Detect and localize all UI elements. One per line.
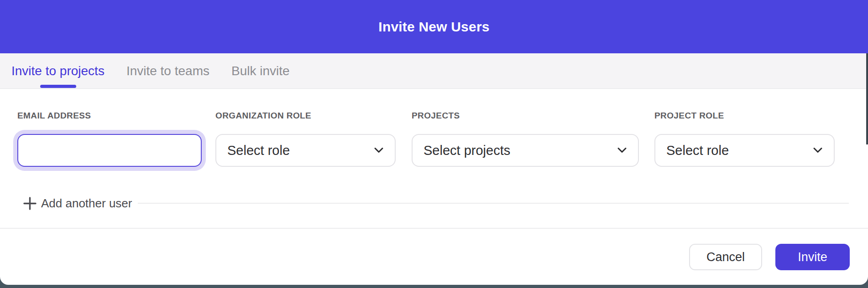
page-background: Invite New Users Invite to projects Invi…	[0, 0, 868, 288]
tab-bulk-invite[interactable]: Bulk invite	[231, 64, 290, 78]
organization-role-field-group: ORGANIZATION ROLE Select role	[215, 111, 396, 167]
invite-button[interactable]: Invite	[775, 244, 850, 270]
chevron-down-icon	[374, 147, 384, 154]
organization-role-label: ORGANIZATION ROLE	[215, 111, 396, 121]
projects-field-group: PROJECTS Select projects	[412, 111, 639, 167]
plus-icon	[23, 196, 37, 211]
active-tab-indicator	[40, 85, 76, 88]
dialog-header: Invite New Users	[0, 0, 868, 53]
invite-new-users-dialog: Invite New Users Invite to projects Invi…	[0, 0, 868, 285]
invite-form-row: EMAIL ADDRESS ORGANIZATION ROLE Select r…	[17, 111, 835, 167]
project-role-select[interactable]: Select role	[654, 134, 835, 167]
add-user-divider	[138, 203, 849, 204]
project-role-label: PROJECT ROLE	[654, 111, 835, 121]
project-role-selected-value: Select role	[666, 143, 729, 158]
projects-selected-value: Select projects	[424, 143, 510, 158]
tab-invite-to-projects[interactable]: Invite to projects	[11, 64, 105, 78]
projects-label: PROJECTS	[412, 111, 639, 121]
cancel-button[interactable]: Cancel	[689, 244, 762, 270]
email-address-label: EMAIL ADDRESS	[17, 111, 202, 121]
organization-role-selected-value: Select role	[227, 143, 290, 158]
organization-role-select[interactable]: Select role	[215, 134, 396, 167]
tab-bar: Invite to projects Invite to teams Bulk …	[0, 53, 868, 89]
vertical-scrollbar[interactable]	[866, 53, 868, 144]
chevron-down-icon	[813, 147, 823, 154]
tab-invite-to-teams[interactable]: Invite to teams	[126, 64, 209, 78]
project-role-field-group: PROJECT ROLE Select role	[654, 111, 835, 167]
footer-separator	[0, 228, 868, 229]
dialog-title: Invite New Users	[378, 19, 489, 35]
projects-select[interactable]: Select projects	[412, 134, 639, 167]
add-another-user-button[interactable]: Add another user	[23, 195, 132, 211]
add-another-user-label: Add another user	[41, 196, 132, 211]
chevron-down-icon	[617, 147, 627, 154]
email-address-input[interactable]	[17, 134, 202, 167]
email-address-field-group: EMAIL ADDRESS	[17, 111, 202, 167]
